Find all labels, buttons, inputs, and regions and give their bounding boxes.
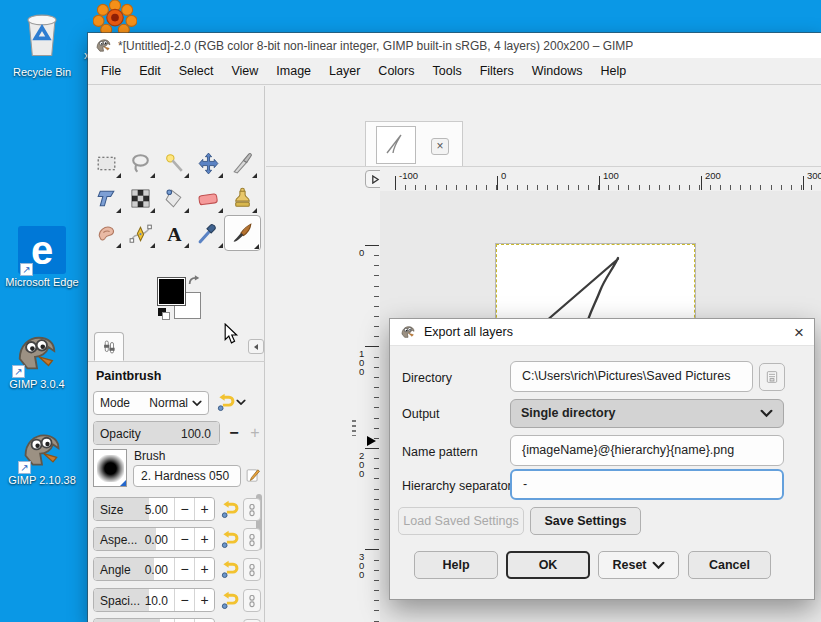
ok-button[interactable]: OK	[506, 551, 590, 579]
output-dropdown[interactable]: Single directory	[510, 399, 784, 428]
ruler-label: 0	[359, 248, 367, 257]
browse-directory-button[interactable]	[759, 363, 785, 391]
flower-app-icon[interactable]	[93, 0, 137, 36]
close-icon[interactable]: ×	[794, 324, 804, 341]
default-colors-icon[interactable]	[158, 308, 171, 320]
bucket-fill-tool[interactable]	[158, 182, 190, 214]
foreground-color-swatch[interactable]	[158, 278, 185, 305]
reset-button-label: Reset	[612, 558, 646, 572]
opacity-slider[interactable]: Opacity 100.0	[93, 421, 220, 445]
desktop-icon-recycle-bin[interactable]: Recycle Bin	[0, 6, 84, 78]
angle-increase-button[interactable]: +	[194, 558, 214, 580]
link-icon[interactable]	[243, 558, 261, 581]
shortcut-arrow-icon: ↗	[12, 365, 25, 378]
menu-colors[interactable]: Colors	[369, 60, 423, 82]
recycle-bin-icon	[0, 6, 84, 64]
spacing-decrease-button[interactable]: −	[174, 589, 194, 611]
fuzzy-select-tool[interactable]	[158, 147, 190, 179]
reset-icon[interactable]	[219, 499, 240, 520]
menu-edit[interactable]: Edit	[130, 60, 170, 82]
menu-view[interactable]: View	[222, 60, 267, 82]
angle-slider[interactable]: Angle 0.00 − +	[93, 557, 215, 581]
name-pattern-input[interactable]: {imageName}@{hierarchy}{name}.png	[510, 435, 784, 466]
spacing-slider[interactable]: Spaci... 10.0 − +	[93, 588, 215, 612]
desktop-icon-gimp2[interactable]: ↗ GIMP 2.10.38	[0, 428, 84, 486]
help-button[interactable]: Help	[414, 551, 498, 579]
aspect-increase-button[interactable]: +	[194, 528, 214, 550]
menu-layer[interactable]: Layer	[320, 60, 369, 82]
vertical-ruler[interactable]: 0 100 200 300 4	[356, 191, 380, 622]
load-saved-settings-button[interactable]: Load Saved Settings	[398, 507, 524, 535]
edit-brush-icon[interactable]	[245, 467, 262, 484]
chevron-down-icon[interactable]	[236, 399, 246, 406]
ruler-label: 0	[501, 170, 506, 181]
angle-decrease-button[interactable]: −	[174, 558, 194, 580]
cancel-button[interactable]: Cancel	[688, 551, 771, 579]
panel-grip[interactable]	[352, 420, 356, 436]
menu-image[interactable]: Image	[267, 60, 320, 82]
rectangle-select-tool[interactable]	[90, 147, 122, 179]
output-label: Output	[402, 407, 440, 421]
icon-label: GIMP 2.10.38	[8, 474, 76, 486]
reset-icon[interactable]	[219, 590, 240, 611]
size-increase-button[interactable]: +	[194, 498, 214, 520]
transform-tool[interactable]	[90, 182, 122, 214]
collapse-dock-button[interactable]	[248, 339, 264, 354]
window-titlebar[interactable]: *[Untitled]-2.0 (RGB color 8-bit non-lin…	[88, 33, 821, 58]
paintbrush-tool[interactable]	[224, 215, 261, 251]
crop-tool[interactable]	[226, 147, 258, 179]
chevron-down-icon	[652, 561, 665, 570]
save-settings-button[interactable]: Save Settings	[530, 507, 641, 535]
tool-options-title: Paintbrush	[96, 369, 161, 383]
horizontal-ruler[interactable]: -100 0 100 200 300 40	[380, 168, 821, 191]
dialog-titlebar[interactable]: Export all layers ×	[390, 319, 814, 346]
color-picker-tool[interactable]	[192, 217, 224, 249]
reset-icon[interactable]	[219, 529, 240, 550]
desktop-icon-edge[interactable]: e ↗ Microsoft Edge	[0, 226, 84, 288]
directory-input[interactable]: C:\Users\rich\Pictures\Saved Pictures	[510, 361, 753, 392]
free-select-tool[interactable]	[124, 147, 156, 179]
smudge-tool[interactable]	[90, 217, 122, 249]
menu-select[interactable]: Select	[170, 60, 223, 82]
text-tool[interactable]: A	[158, 217, 190, 249]
tool-options-icon	[100, 338, 118, 356]
brush-preview[interactable]	[93, 449, 127, 487]
ink-tool[interactable]	[124, 217, 156, 249]
spacing-increase-button[interactable]: +	[194, 589, 214, 611]
menu-file[interactable]: File	[92, 60, 130, 82]
aspect-slider[interactable]: Aspe... 0.00 − +	[93, 527, 215, 551]
menu-windows[interactable]: Windows	[523, 60, 592, 82]
reset-button[interactable]: Reset	[598, 551, 679, 579]
brush-name-field[interactable]: 2. Hardness 050	[133, 465, 241, 487]
reset-icon[interactable]	[219, 559, 240, 580]
opacity-increase-button[interactable]: +	[246, 421, 264, 444]
menu-help[interactable]: Help	[591, 60, 635, 82]
link-icon[interactable]	[243, 498, 261, 521]
desktop-icon-gimp3[interactable]: ↗ GIMP 3.0.4	[0, 330, 79, 390]
desktop: Recycle Bin e ↗ Microsoft Edge ↗ GIMP 3.…	[0, 0, 821, 622]
hardness-slider[interactable]: Hardn... 50.0 − +	[93, 618, 215, 622]
opacity-decrease-button[interactable]: −	[225, 421, 243, 444]
pointer-position-marker	[367, 436, 376, 446]
aspect-decrease-button[interactable]: −	[174, 528, 194, 550]
wilber-icon	[95, 37, 112, 54]
gradient-tool[interactable]	[124, 182, 156, 214]
link-icon[interactable]	[243, 589, 261, 612]
menu-tools[interactable]: Tools	[423, 60, 470, 82]
tool-options-tab[interactable]	[94, 332, 124, 361]
close-tab-button[interactable]: ×	[431, 138, 449, 155]
mode-dropdown[interactable]: Mode Normal	[93, 391, 209, 415]
swap-colors-icon[interactable]	[187, 274, 201, 290]
hierarchy-separator-input[interactable]: -	[510, 469, 784, 500]
link-icon[interactable]	[243, 528, 261, 551]
clone-tool[interactable]	[226, 182, 258, 214]
eraser-tool[interactable]	[192, 182, 224, 214]
move-tool[interactable]	[192, 147, 224, 179]
switch-mode-icon[interactable]	[215, 392, 236, 413]
menu-filters[interactable]: Filters	[471, 60, 523, 82]
size-decrease-button[interactable]: −	[174, 498, 194, 520]
image-tab[interactable]: ×	[365, 121, 463, 166]
image-thumbnail	[376, 126, 416, 164]
size-slider[interactable]: Size 5.00 − +	[93, 497, 215, 521]
divider	[266, 166, 821, 167]
